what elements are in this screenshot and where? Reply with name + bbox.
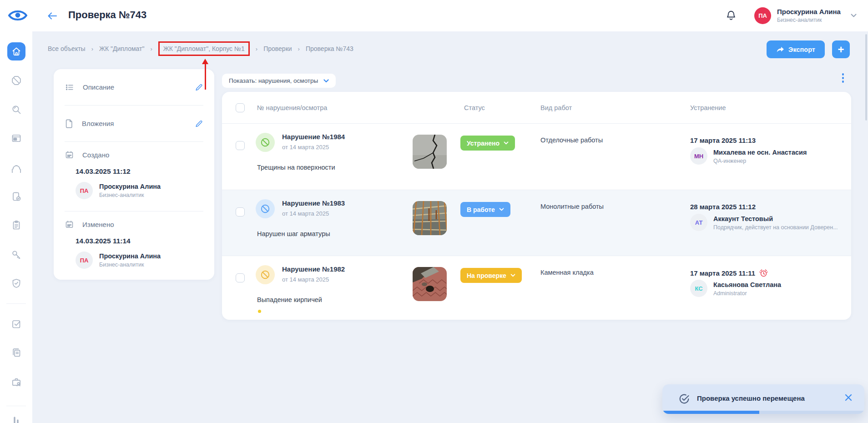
select-all-checkbox[interactable] [236,103,245,112]
work-type: Каменная кладка [540,269,594,276]
sidebar-item-bar-chart[interactable] [11,415,22,423]
user-menu[interactable]: ПА Проскурина Алина Бизнес-аналитик [754,6,859,25]
toast-notification: Проверка успешно перемещена [662,384,864,414]
edit-description-pencil-icon[interactable] [194,83,203,92]
fix-datetime: 17 марта 2025 11:13 [690,136,756,144]
key-icon [11,249,22,260]
filter-label: Показать: нарушения, осмотры [229,77,318,84]
list-icon [65,82,75,92]
violation-photo-thumbnail[interactable] [413,201,447,235]
prohibition-icon [256,265,275,284]
status-dropdown[interactable]: На проверке [460,268,522,283]
sidebar-item-clipboard-list[interactable] [11,220,22,231]
created-label: Создано [82,151,109,159]
sidebar-item-prohibition[interactable] [11,75,22,86]
toast-progress-fill [662,411,759,414]
status-label: Устранено [467,140,500,147]
description-row: Описание [65,69,203,105]
calendar-icon [65,220,74,229]
share-icon [776,46,784,53]
chevron-down-icon [499,208,504,211]
sidebar-item-home[interactable] [7,42,25,60]
prohibition-icon [256,199,275,218]
fix-datetime: 17 марта 2025 11:11 [690,269,768,277]
breadcrumb-item[interactable]: Все объекты [48,45,86,52]
table-row[interactable]: Нарушение №1983 от 14 марта 2025 Нарушен… [222,190,851,256]
sidebar [0,31,32,423]
show-filter-dropdown[interactable]: Показать: нарушения, осмотры [222,74,336,88]
avatar: МН [690,147,707,165]
status-dropdown[interactable]: В работе [460,202,510,217]
row-checkbox[interactable] [236,141,245,150]
status-label: На проверке [467,272,506,279]
violation-description: Нарушен шаг арматуры [257,230,330,237]
breadcrumb-item[interactable]: ЖК "Дипломат" [99,45,144,52]
export-button[interactable]: Экспорт [767,40,825,58]
breadcrumb-item-highlighted[interactable]: ЖК "Дипломат", Корпус №1 [158,41,250,56]
created-datetime: 14.03.2025 11:12 [76,167,131,176]
violation-title: Нарушение №1984 [282,133,345,141]
attachments-label: Вложения [82,120,114,127]
sidebar-item-window[interactable] [11,133,22,144]
home-icon [11,46,22,57]
sidebar-item-checkbox[interactable] [11,318,22,329]
fix-user-name: Аккаунт Тестовый [713,215,773,222]
chevron-down-icon [504,141,509,145]
sidebar-item-clipboard-check[interactable] [11,191,22,202]
sidebar-item-briefcase-user[interactable] [11,377,22,388]
app-logo-eye-icon[interactable] [7,8,28,23]
yellow-status-dot [258,310,261,313]
breadcrumb-separator: › [150,45,152,52]
user-name: Проскурина Алина [777,8,841,15]
briefcase-user-icon [11,377,22,388]
chevron-down-icon [851,14,857,18]
prohibition-icon [11,75,22,86]
sidebar-item-shield-check[interactable] [11,278,22,289]
violation-title: Нарушение №1983 [282,199,345,207]
back-arrow-icon[interactable] [47,10,58,21]
notification-bell-icon[interactable] [725,10,737,22]
violation-photo-thumbnail[interactable] [413,135,447,169]
vertical-scrollbar-thumb[interactable] [865,34,867,121]
sidebar-item-hard-hat[interactable] [11,162,22,173]
toast-close-icon[interactable] [843,393,853,403]
breadcrumb-item[interactable]: Проверки [263,45,292,52]
export-button-label: Экспорт [788,46,815,53]
sidebar-item-copy-documents[interactable] [11,347,22,358]
created-user-role: Бизнес-аналитик [99,192,144,198]
fix-user-role: Administrator [713,290,747,297]
row-checkbox[interactable] [236,207,245,217]
breadcrumb-item-current: Проверка №743 [306,45,353,52]
table-row[interactable]: Нарушение №1982 от 14 марта 2025 Выпаден… [222,256,851,320]
row-checkbox[interactable] [236,273,245,282]
avatar: КС [690,280,707,297]
prohibition-icon [256,133,275,152]
violations-table: № нарушения/осмотра Статус Вид работ Уст… [222,92,851,320]
violation-photo-thumbnail[interactable] [413,267,447,301]
edit-attachments-pencil-icon[interactable] [194,119,203,128]
overdue-alarm-clock-icon [759,269,768,277]
search-icon [11,104,22,115]
add-button[interactable]: + [832,40,850,58]
violation-date: от 14 марта 2025 [282,144,329,151]
breadcrumb: Все объекты › ЖК "Дипломат" › ЖК "Диплом… [48,40,353,58]
fix-user-name: Михалева не осн. Анастасия [713,149,807,156]
avatar: АТ [690,214,707,231]
user-role: Бизнес-аналитик [777,17,822,23]
avatar: ПА [76,182,93,199]
top-bar: Проверка №743 ПА Проскурина Алина Бизнес… [0,0,868,31]
modified-label: Изменено [82,221,114,228]
status-dropdown[interactable]: Устранено [460,136,515,151]
table-header: № нарушения/осмотра Статус Вид работ Уст… [222,92,851,124]
avatar: ПА [754,7,771,24]
chevron-down-icon [323,79,329,83]
table-row[interactable]: Нарушение №1984 от 14 марта 2025 Трещины… [222,124,851,190]
modified-datetime: 14.03.2025 11:14 [76,237,131,245]
sidebar-item-search[interactable] [11,104,22,115]
created-header: Создано [65,149,203,160]
main-content: Все объекты › ЖК "Дипломат" › ЖК "Диплом… [32,31,868,423]
sidebar-item-key[interactable] [11,249,22,260]
breadcrumb-separator: › [91,45,93,52]
modified-header: Изменено [65,219,203,230]
table-kebab-menu-icon[interactable] [840,73,846,84]
